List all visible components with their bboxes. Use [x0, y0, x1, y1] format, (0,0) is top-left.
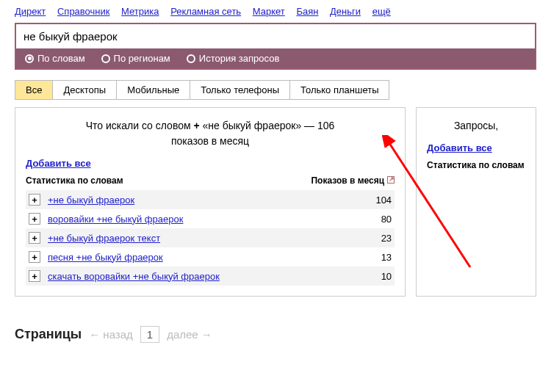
- stats-header-words: Статистика по словам: [26, 175, 123, 186]
- stats-header-words: Статистика по словам: [427, 160, 525, 170]
- title-suffix: показов в месяц: [171, 135, 249, 147]
- radio-icon: [101, 54, 110, 63]
- table-row: + +не быкуй фраерок текст 23: [26, 228, 395, 247]
- table-row: + песня +не быкуй фраерок 13: [26, 247, 395, 266]
- add-keyword-button[interactable]: +: [29, 270, 40, 282]
- keyword-count: 23: [355, 233, 392, 244]
- tab-all[interactable]: Все: [15, 80, 53, 100]
- filter-bar: По словам По регионам История запросов: [16, 48, 535, 68]
- top-link[interactable]: Баян: [296, 6, 318, 17]
- tab-mobile[interactable]: Мобильные: [116, 80, 190, 100]
- external-icon: [387, 176, 395, 184]
- table-row: + +не быкуй фраерок 104: [26, 190, 395, 209]
- pagination-page[interactable]: 1: [140, 326, 159, 343]
- tab-desktops[interactable]: Десктопы: [52, 80, 117, 100]
- title-query: «не быкуй фраерок»: [203, 120, 302, 131]
- radio-label: По регионам: [114, 53, 170, 64]
- tab-tablets-only[interactable]: Только планшеты: [289, 80, 389, 100]
- keyword-link[interactable]: песня +не быкуй фраерок: [48, 252, 355, 263]
- keyword-count: 104: [355, 195, 392, 206]
- keyword-count: 10: [355, 271, 392, 282]
- top-link-more[interactable]: ещё: [372, 6, 391, 17]
- radio-by-words[interactable]: По словам: [25, 53, 85, 64]
- top-link[interactable]: Справочник: [57, 6, 110, 17]
- pagination: Страницы ← назад 1 далее →: [15, 326, 536, 343]
- table-row: + скачать воровайки +не быкуй фраерок 10: [26, 266, 395, 286]
- add-keyword-button[interactable]: +: [29, 251, 40, 263]
- top-link[interactable]: Деньги: [330, 6, 361, 17]
- keyword-count: 13: [355, 252, 392, 263]
- panel-title: Что искали со словом + «не быкуй фраерок…: [26, 118, 395, 149]
- pagination-next[interactable]: далее →: [167, 328, 212, 341]
- title-dash: —: [304, 120, 314, 131]
- keyword-link[interactable]: воровайки +не быкуй фраерок: [48, 214, 355, 225]
- add-all-link[interactable]: Добавить все: [427, 142, 492, 153]
- add-keyword-button[interactable]: +: [29, 213, 40, 225]
- keyword-link[interactable]: +не быкуй фраерок текст: [48, 233, 355, 244]
- radio-icon: [25, 54, 34, 63]
- top-links: Директ Справочник Метрика Рекламная сеть…: [0, 0, 551, 23]
- top-link[interactable]: Маркет: [253, 6, 285, 17]
- radio-by-regions[interactable]: По регионам: [101, 53, 170, 64]
- search-input[interactable]: [16, 24, 535, 48]
- radio-label: По словам: [37, 53, 85, 64]
- plus-icon: +: [193, 120, 199, 131]
- title-prefix: Что искали со словом: [86, 120, 191, 131]
- stats-header-count: Показов в месяц: [311, 175, 395, 186]
- add-keyword-button[interactable]: +: [29, 194, 40, 206]
- radio-history[interactable]: История запросов: [187, 53, 280, 64]
- left-panel: Что искали со словом + «не быкуй фраерок…: [15, 107, 406, 297]
- top-link[interactable]: Метрика: [121, 6, 159, 17]
- add-keyword-button[interactable]: +: [29, 232, 40, 244]
- keyword-link[interactable]: скачать воровайки +не быкуй фраерок: [48, 271, 355, 282]
- radio-icon: [187, 54, 195, 63]
- panel-title: Запросы,: [427, 118, 525, 134]
- top-link[interactable]: Рекламная сеть: [170, 6, 241, 17]
- radio-label: История запросов: [199, 53, 280, 64]
- keyword-link[interactable]: +не быкуй фраерок: [48, 195, 355, 206]
- right-panel: Запросы, Добавить все Статистика по слов…: [416, 107, 536, 297]
- top-link[interactable]: Директ: [15, 6, 46, 17]
- title-count: 106: [317, 120, 334, 131]
- add-all-link[interactable]: Добавить все: [26, 158, 91, 169]
- tab-phones-only[interactable]: Только телефоны: [190, 80, 290, 100]
- pagination-prev[interactable]: ← назад: [89, 328, 133, 341]
- pagination-label: Страницы: [15, 327, 82, 342]
- search-box: По словам По регионам История запросов: [15, 23, 536, 70]
- table-row: + воровайки +не быкуй фраерок 80: [26, 209, 395, 228]
- keyword-count: 80: [355, 214, 392, 225]
- device-tabs: Все Десктопы Мобильные Только телефоны Т…: [15, 80, 536, 100]
